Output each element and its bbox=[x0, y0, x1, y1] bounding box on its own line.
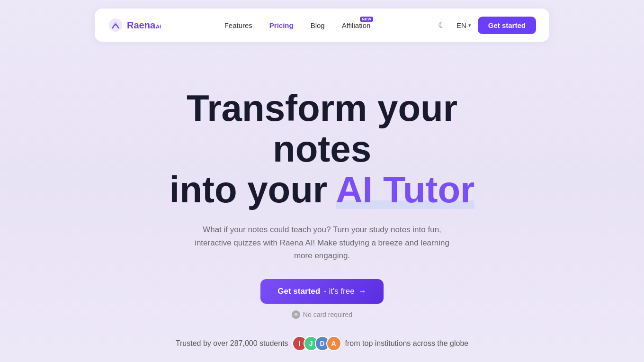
nav-blog[interactable]: Blog bbox=[311, 21, 325, 29]
hero-section: Transform your notes into your AI Tutor … bbox=[0, 50, 644, 319]
trusted-section: Trusted by over 287,000 students I J D A… bbox=[0, 336, 644, 351]
hero-subtitle: What if your notes could teach you? Turn… bbox=[185, 223, 459, 262]
avatar-group: I J D A bbox=[292, 336, 341, 351]
nav-links: Features Pricing Blog Affiliation NEW bbox=[224, 21, 371, 29]
no-card-text: No card required bbox=[303, 311, 352, 318]
nav-affiliation[interactable]: Affiliation bbox=[342, 21, 371, 29]
hero-cta-button[interactable]: Get started - it's free → bbox=[260, 279, 383, 304]
cta-light-text: - it's free bbox=[324, 287, 355, 296]
logo[interactable]: RaenaAI bbox=[108, 18, 161, 33]
cta-bold-text: Get started bbox=[277, 287, 320, 296]
svg-point-1 bbox=[114, 22, 117, 25]
nav-right: ☾ EN ▾ Get started bbox=[434, 17, 536, 34]
new-badge: NEW bbox=[360, 17, 373, 22]
navbar: RaenaAI Features Pricing Blog Affiliatio… bbox=[95, 9, 549, 42]
get-started-nav-button[interactable]: Get started bbox=[478, 17, 536, 34]
nav-features[interactable]: Features bbox=[224, 21, 252, 29]
language-label: EN bbox=[456, 21, 466, 29]
chevron-down-icon: ▾ bbox=[468, 22, 471, 28]
hero-cta: Get started - it's free → ⊖ No card requ… bbox=[260, 279, 383, 319]
cta-arrow-icon: → bbox=[358, 287, 367, 296]
no-card-notice: ⊖ No card required bbox=[292, 310, 352, 319]
hero-title-line2: into your AI Tutor bbox=[170, 170, 475, 210]
hero-title-line1: Transform your notes bbox=[133, 88, 511, 170]
logo-text: RaenaAI bbox=[127, 20, 161, 31]
logo-icon bbox=[108, 18, 123, 33]
no-card-icon: ⊖ bbox=[292, 310, 300, 319]
nav-affiliation-wrapper: Affiliation NEW bbox=[342, 21, 371, 29]
dark-mode-button[interactable]: ☾ bbox=[434, 17, 450, 33]
language-selector[interactable]: EN ▾ bbox=[456, 21, 471, 29]
trusted-text-before: Trusted by over 287,000 students bbox=[176, 339, 288, 348]
hero-title-highlight: AI Tutor bbox=[336, 170, 474, 210]
hero-title-into-your: into your bbox=[170, 170, 328, 210]
nav-pricing[interactable]: Pricing bbox=[269, 21, 294, 29]
avatar-4: A bbox=[326, 336, 341, 351]
trusted-text-after: from top institutions across the globe bbox=[345, 339, 469, 348]
